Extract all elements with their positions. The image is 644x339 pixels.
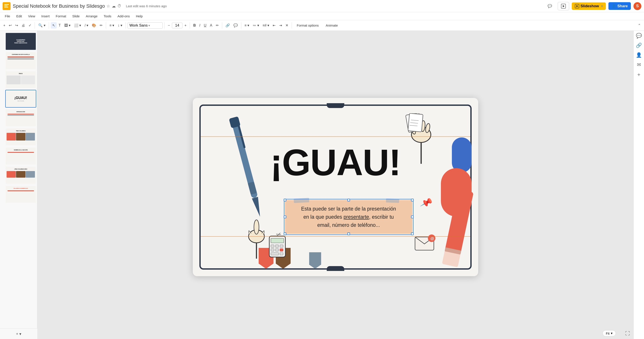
image-tool[interactable]: 🖼 ▾ [63, 22, 72, 28]
add-slide-button[interactable]: + ▾ [0, 328, 37, 339]
fill-tool[interactable]: 🎨 [90, 22, 98, 28]
shape-tool[interactable]: ⬜ ▾ [72, 22, 82, 28]
animate-button[interactable]: Animate [323, 22, 341, 28]
menu-insert[interactable]: Insert [38, 14, 53, 19]
spellcheck-button[interactable]: ✓ [27, 22, 33, 28]
indent-more-button[interactable]: ⇥ [278, 22, 284, 28]
comment-button[interactable]: 💬 [544, 2, 555, 10]
sep7 [222, 22, 222, 28]
toolbar-group-insert: ↖ T 🖼 ▾ ⬜ ▾ / ▾ 🎨 ✏ [51, 22, 104, 28]
fullscreen-button[interactable]: ⛶ [625, 331, 630, 336]
font-family-value: Work Sans [130, 23, 148, 28]
ordered-list-button[interactable]: ≡# ▾ [261, 22, 271, 28]
text-color-button[interactable]: A [208, 22, 214, 28]
menu-slide[interactable]: Slide [69, 14, 82, 19]
handle-bc[interactable] [347, 232, 350, 235]
doc-title: Special Notebook for Business by Slidesg… [13, 3, 105, 9]
zoom-button[interactable]: 🔍 ▾ [37, 22, 47, 28]
right-panel-mail-icon[interactable]: ✉ [637, 62, 641, 68]
svg-rect-34 [280, 245, 283, 248]
menu-tools[interactable]: Tools [100, 14, 114, 19]
comment-inline-button[interactable]: 💬 [232, 22, 239, 28]
present-button[interactable] [558, 2, 569, 10]
slide-thumb-wrapper-7: 7 NOMBRE DE LA SECCIÓN [0, 147, 37, 166]
paragraph-align[interactable]: ≡ ▾ [108, 22, 116, 28]
handle-bl[interactable] [284, 232, 286, 235]
font-size-increase[interactable]: + [183, 22, 188, 28]
hand-illustration-top-right [401, 113, 441, 164]
share-button[interactable]: 👤 Share [608, 2, 631, 10]
handle-br[interactable] [411, 232, 414, 235]
indent-less-button[interactable]: ⇤ [271, 22, 277, 28]
menu-file[interactable]: File [2, 14, 13, 19]
handle-mr[interactable] [411, 216, 414, 218]
right-panel-person-icon[interactable]: 👤 [636, 52, 642, 58]
bullet-list-button[interactable]: ≔ ▾ [251, 22, 260, 28]
line-spacing[interactable]: ↕ ▾ [116, 22, 124, 28]
sep1 [35, 22, 35, 28]
bold-button[interactable]: B [192, 22, 198, 28]
font-size-decrease[interactable]: − [166, 22, 172, 28]
slide-thumb-8[interactable]: ¡TRES COLUMNAS MÁS! [5, 166, 36, 184]
menu-arrange[interactable]: Arrange [83, 14, 100, 19]
cloud-icon[interactable]: ☁ [112, 4, 116, 8]
share-label: Share [618, 4, 628, 8]
handle-tr[interactable] [411, 199, 414, 201]
pen-tool[interactable]: ✏ [98, 22, 104, 28]
line-tool[interactable]: / ▾ [83, 22, 90, 28]
history-icon[interactable]: ⏱ [118, 4, 122, 8]
slide-thumb-9[interactable]: PALABRAS ASOMBROSAS [5, 186, 36, 203]
font-size-input[interactable] [172, 22, 182, 28]
menu-view[interactable]: View [25, 14, 38, 19]
slide-thumb-wrapper-8: 8 ¡TRES COLUMNAS MÁS! [0, 166, 37, 185]
slideshow-button[interactable]: Slideshow ▾ [572, 2, 606, 10]
font-family-selector[interactable]: Work Sans ▾ [128, 22, 163, 28]
svg-rect-35 [271, 249, 274, 252]
italic-button[interactable]: I [198, 22, 202, 28]
underline-button[interactable]: U [202, 22, 208, 28]
slide-thumb-1[interactable]: CUADERNOESPECIALPARA NEGOCIOS [5, 32, 36, 50]
slide-thumb-wrapper-5: 5 INTRODUCCIÓN [0, 109, 37, 128]
format-options-button[interactable]: Format options [294, 22, 322, 28]
star-icon[interactable]: ☆ [106, 4, 110, 8]
svg-rect-1 [4, 4, 9, 5]
zoom-control[interactable]: Fit ▾ [602, 330, 616, 336]
menu-edit[interactable]: Edit [13, 14, 25, 19]
guau-text-content: ¡GUAU! [270, 142, 401, 183]
right-panel-add-icon[interactable]: + [637, 72, 640, 78]
text-align-button[interactable]: ≡ ▾ [243, 22, 251, 28]
menu-format[interactable]: Format [53, 14, 70, 19]
print-button[interactable]: 🖨 [20, 22, 26, 28]
handle-tl[interactable] [284, 199, 286, 201]
svg-rect-36 [275, 249, 279, 252]
slide-thumb-5[interactable]: INTRODUCCIÓN [5, 109, 36, 127]
text-highlight-button[interactable]: ✏ [214, 22, 220, 28]
svg-rect-33 [275, 245, 279, 248]
slide-thumb-wrapper-3: 3 ÍNDICE [0, 71, 37, 90]
slide-thumb-3[interactable]: ÍNDICE [5, 71, 36, 88]
handle-tc[interactable] [347, 199, 350, 201]
note-box[interactable]: Esta puede ser la parte de la presentaci… [285, 200, 412, 234]
menu-help[interactable]: Help [133, 14, 146, 19]
right-panel-link-icon[interactable]: 🔗 [636, 42, 642, 48]
undo-action[interactable]: ↩ [7, 22, 13, 28]
redo-action[interactable]: ↪ [14, 22, 20, 28]
slide-thumb-6[interactable]: TRES COLUMNAS [5, 128, 36, 146]
slide-thumb-4[interactable]: ¡GUAU! texto de muestra [5, 90, 36, 108]
link-button[interactable]: 🔗 [224, 22, 232, 28]
clear-format-button[interactable]: ✕ [284, 22, 290, 28]
toolbar-collapse-button[interactable]: ⌃ [636, 22, 642, 28]
sep5 [164, 22, 165, 28]
slide-canvas[interactable]: ¡GUAU! Esta puede ser la parte de la pre… [193, 98, 478, 276]
toolbar-group-text-format: B I U A ✏ [192, 22, 220, 28]
note-box-container[interactable]: Esta puede ser la parte de la presentaci… [285, 200, 412, 234]
handle-ml[interactable] [284, 216, 286, 218]
menu-addons[interactable]: Add-ons [114, 14, 133, 19]
slide-thumb-2[interactable]: CONTENIDO DE ESTA PLANTILLA [5, 52, 36, 70]
slide-thumb-7[interactable]: NOMBRE DE LA SECCIÓN [5, 147, 36, 165]
canvas-area: ¡GUAU! Esta puede ser la parte de la pre… [37, 31, 634, 339]
right-panel-comments-icon[interactable]: 💬 [636, 33, 642, 39]
text-tool[interactable]: T [57, 22, 62, 28]
cursor-tool[interactable]: ↖ [51, 22, 57, 28]
undo-button[interactable]: + [2, 22, 7, 28]
